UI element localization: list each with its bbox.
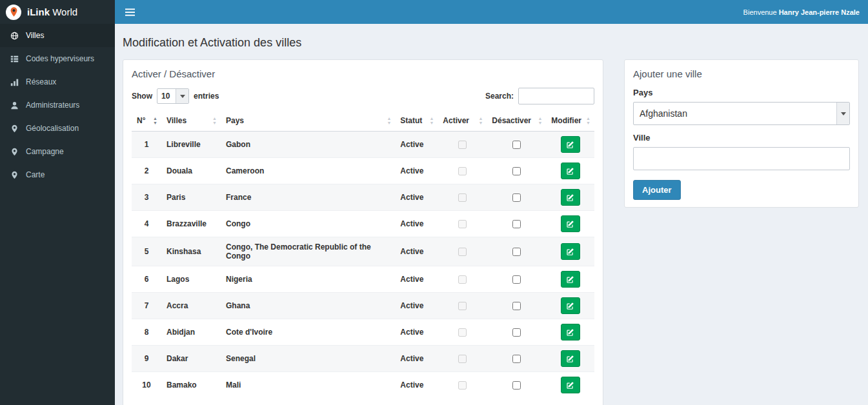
table-row: 9 Dakar Senegal Active xyxy=(132,346,594,372)
pays-label: Pays xyxy=(633,88,850,97)
sort-icon xyxy=(387,116,391,125)
cell-pays: Senegal xyxy=(221,346,395,372)
table-row: 4 Brazzaville Congo Active xyxy=(132,211,594,237)
activer-checkbox xyxy=(458,302,467,310)
sidebar-item-r-seaux[interactable]: Réseaux xyxy=(0,70,115,94)
sidebar-item-campagne[interactable]: Campagne xyxy=(0,140,115,163)
ajouter-button[interactable]: Ajouter xyxy=(633,180,681,200)
modifier-button[interactable] xyxy=(561,215,580,232)
cell-num: 1 xyxy=(132,132,161,158)
activer-checkbox xyxy=(458,220,467,228)
table-row: 10 Bamako Mali Active xyxy=(132,372,594,399)
edit-icon xyxy=(566,193,574,202)
desactiver-checkbox[interactable] xyxy=(512,220,521,228)
user-icon xyxy=(10,101,19,110)
add-ville-title: Ajouter une ville xyxy=(633,68,850,79)
cell-num: 2 xyxy=(132,158,161,184)
modifier-button[interactable] xyxy=(561,324,580,341)
column-header[interactable]: Désactiver xyxy=(487,110,546,132)
table-row: 3 Paris France Active xyxy=(132,184,594,211)
column-header[interactable]: Activer xyxy=(438,110,487,132)
desactiver-checkbox[interactable] xyxy=(512,193,521,202)
sort-icon xyxy=(153,116,157,125)
page-length-select[interactable]: 10 xyxy=(157,88,189,104)
pays-select[interactable]: Afghanistan xyxy=(633,102,850,125)
desactiver-checkbox[interactable] xyxy=(512,275,521,284)
cell-num: 5 xyxy=(132,237,161,266)
cell-pays: Gabon xyxy=(221,132,395,158)
modifier-button[interactable] xyxy=(561,136,580,153)
activer-checkbox xyxy=(458,381,467,390)
welcome-text: Bienvenue Hanry Jean-pierre Nzale xyxy=(743,8,860,16)
cell-pays: Mali xyxy=(221,372,395,399)
sidebar: Villes Codes hyperviseurs Réseaux Admini… xyxy=(0,24,115,405)
activer-checkbox xyxy=(458,275,467,284)
sort-icon xyxy=(586,116,590,125)
cell-num: 3 xyxy=(132,184,161,211)
entries-label: entries xyxy=(194,92,219,101)
column-header[interactable]: Villes xyxy=(161,110,221,132)
cell-ville: Kinshasa xyxy=(161,237,221,266)
top-navbar: Bienvenue Hanry Jean-pierre Nzale xyxy=(115,0,868,24)
menu-toggle-icon[interactable] xyxy=(123,6,137,19)
cell-num: 8 xyxy=(132,319,161,346)
sidebar-item-administrateurs[interactable]: Administrateurs xyxy=(0,94,115,117)
desactiver-checkbox[interactable] xyxy=(512,328,521,337)
sort-icon xyxy=(538,116,542,125)
show-label: Show xyxy=(132,92,152,101)
cell-num: 7 xyxy=(132,293,161,319)
desactiver-checkbox[interactable] xyxy=(512,141,521,149)
ville-input[interactable] xyxy=(633,147,850,170)
sidebar-item-carte[interactable]: Carte xyxy=(0,163,115,186)
column-header[interactable]: Modifier xyxy=(546,110,594,132)
desactiver-checkbox[interactable] xyxy=(512,355,521,363)
column-header[interactable]: Pays xyxy=(221,110,395,132)
cell-pays: Congo, The Democratic Republic of the Co… xyxy=(221,237,395,266)
map-marker-icon xyxy=(10,148,19,156)
search-label: Search: xyxy=(485,92,514,101)
desactiver-checkbox[interactable] xyxy=(512,302,521,310)
modifier-button[interactable] xyxy=(561,297,580,314)
cell-statut: Active xyxy=(395,372,438,399)
cell-num: 9 xyxy=(132,346,161,372)
cell-pays: Nigeria xyxy=(221,266,395,293)
table-row: 7 Accra Ghana Active xyxy=(132,293,594,319)
table-row: 2 Douala Cameroon Active xyxy=(132,158,594,184)
sidebar-item-villes[interactable]: Villes xyxy=(0,24,115,47)
desactiver-checkbox[interactable] xyxy=(512,167,521,175)
modifier-button[interactable] xyxy=(561,350,580,367)
desactiver-checkbox[interactable] xyxy=(512,248,521,256)
villes-panel-title: Activer / Désactiver xyxy=(132,68,594,79)
table-row: 5 Kinshasa Congo, The Democratic Republi… xyxy=(132,237,594,266)
cell-statut: Active xyxy=(395,211,438,237)
brand-title: iLink World xyxy=(27,6,77,17)
modifier-button[interactable] xyxy=(561,243,580,260)
app-logo[interactable]: iLink World xyxy=(0,0,115,24)
add-ville-panel: Ajouter une ville Pays Afghanistan Ville… xyxy=(624,59,859,208)
column-header[interactable]: N° xyxy=(132,110,161,132)
sort-icon xyxy=(212,116,217,125)
list-icon xyxy=(10,55,19,63)
table-row: 6 Lagos Nigeria Active xyxy=(132,266,594,293)
cell-ville: Accra xyxy=(161,293,221,319)
table-row: 1 Libreville Gabon Active xyxy=(132,132,594,158)
table-controls: Show 10 entries Search: xyxy=(132,88,594,104)
modifier-button[interactable] xyxy=(561,163,580,179)
cell-ville: Abidjan xyxy=(161,319,221,346)
edit-icon xyxy=(566,167,574,175)
activer-checkbox xyxy=(458,355,467,363)
cell-statut: Active xyxy=(395,319,438,346)
table-row: 8 Abidjan Cote d'Ivoire Active xyxy=(132,319,594,346)
modifier-button[interactable] xyxy=(561,377,580,393)
modifier-button[interactable] xyxy=(561,271,580,288)
column-header[interactable]: Statut xyxy=(395,110,438,132)
sidebar-item-g-olocalisation[interactable]: Géolocalisation xyxy=(0,117,115,140)
sidebar-item-codes-hyperviseurs[interactable]: Codes hyperviseurs xyxy=(0,47,115,70)
desactiver-checkbox[interactable] xyxy=(512,381,521,390)
modifier-button[interactable] xyxy=(561,189,580,206)
cell-ville: Paris xyxy=(161,184,221,211)
cell-ville: Lagos xyxy=(161,266,221,293)
search-input[interactable] xyxy=(518,88,594,104)
cell-ville: Dakar xyxy=(161,346,221,372)
map-marker-icon xyxy=(10,124,19,133)
